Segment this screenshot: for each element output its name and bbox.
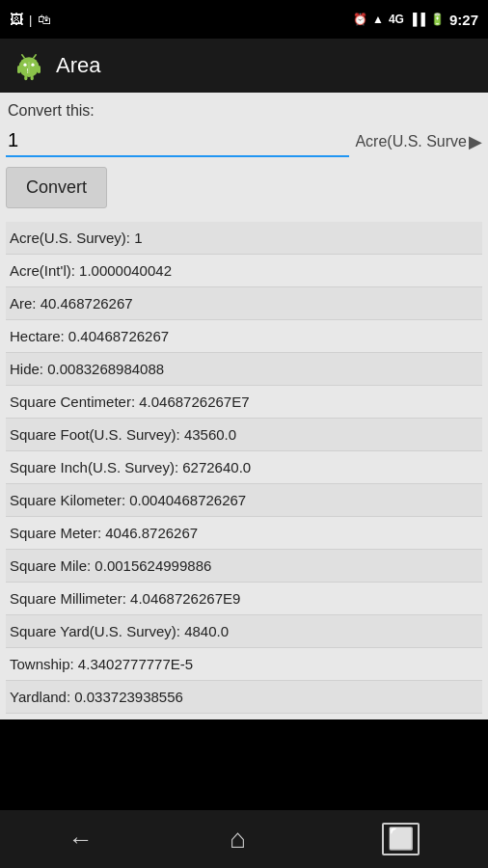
- home-icon: ⌂: [230, 824, 246, 854]
- unit-selector-text: Acre(U.S. Surve: [355, 133, 467, 150]
- bottom-nav: ← ⌂ ⬜: [0, 810, 488, 868]
- status-bar-left: 🖼 | 🛍: [10, 12, 51, 27]
- back-icon: ←: [68, 825, 94, 854]
- result-row: Acre(Int'l): 1.0000040042: [6, 255, 482, 287]
- results-container: Acre(U.S. Survey): 1Acre(Int'l): 1.00000…: [6, 222, 482, 714]
- bluetooth-icon: |: [29, 13, 32, 27]
- dropdown-arrow-icon: ▶: [469, 131, 482, 152]
- input-row: Acre(U.S. Surve ▶: [6, 125, 482, 157]
- back-button[interactable]: ←: [49, 815, 113, 864]
- svg-line-2: [34, 55, 36, 58]
- svg-rect-8: [31, 75, 34, 80]
- result-row: Square Centimeter: 4.0468726267E7: [6, 386, 482, 419]
- svg-point-4: [31, 64, 34, 67]
- signal-text: 4G: [389, 13, 404, 26]
- result-row: Square Kilometer: 0.0040468726267: [6, 484, 482, 517]
- result-row: Acre(U.S. Survey): 1: [6, 222, 482, 255]
- result-row: Square Meter: 4046.8726267: [6, 517, 482, 550]
- result-row: Township: 4.3402777777E-5: [6, 648, 482, 681]
- result-row: Are: 40.468726267: [6, 287, 482, 320]
- result-row: Square Yard(U.S. Survey): 4840.0: [6, 615, 482, 648]
- recents-icon: ⬜: [382, 823, 420, 855]
- time-display: 9:27: [449, 12, 478, 28]
- status-bar: 🖼 | 🛍 ⏰ ▲ 4G ▐▐ 🔋 9:27: [0, 0, 488, 39]
- result-row: Square Mile: 0.0015624999886: [6, 550, 482, 583]
- svg-line-1: [22, 55, 24, 58]
- svg-rect-5: [17, 66, 20, 73]
- result-row: Yardland: 0.033723938556: [6, 681, 482, 714]
- result-row: Square Inch(U.S. Survey): 6272640.0: [6, 451, 482, 484]
- app-bar: ! Area: [0, 39, 488, 93]
- result-row: Hide: 0.0083268984088: [6, 353, 482, 386]
- result-row: Square Millimeter: 4.0468726267E9: [6, 583, 482, 615]
- main-content: Convert this: Acre(U.S. Surve ▶ Convert …: [0, 93, 488, 719]
- status-bar-right: ⏰ ▲ 4G ▐▐ 🔋 9:27: [353, 12, 478, 28]
- svg-rect-6: [38, 66, 41, 73]
- convert-button[interactable]: Convert: [6, 167, 107, 208]
- battery-icon: 🔋: [430, 13, 445, 26]
- svg-rect-7: [24, 75, 27, 80]
- convert-label: Convert this:: [6, 102, 482, 120]
- bag-icon: 🛍: [38, 12, 51, 27]
- image-icon: 🖼: [10, 12, 23, 27]
- alarm-icon: ⏰: [353, 13, 367, 26]
- home-button[interactable]: ⌂: [210, 814, 265, 864]
- recents-button[interactable]: ⬜: [363, 813, 439, 865]
- wifi-icon: ▲: [372, 13, 384, 26]
- android-logo: !: [14, 50, 44, 81]
- number-input[interactable]: [6, 125, 349, 157]
- result-row: Hectare: 0.40468726267: [6, 320, 482, 353]
- signal-bars: ▐▐: [409, 13, 425, 26]
- svg-text:!: !: [27, 67, 29, 75]
- unit-selector[interactable]: Acre(U.S. Surve ▶: [355, 131, 482, 152]
- result-row: Square Foot(U.S. Survey): 43560.0: [6, 419, 482, 451]
- app-title: Area: [56, 53, 100, 78]
